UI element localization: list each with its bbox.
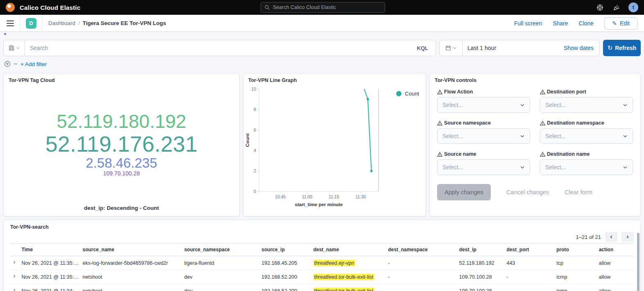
column-header[interactable]: source_namespace	[184, 243, 262, 256]
expand-row-icon[interactable]	[10, 260, 17, 265]
search-icon	[264, 5, 270, 10]
cell-dest_port: -	[506, 284, 556, 291]
full-screen-button[interactable]: Full screen	[514, 20, 542, 27]
cell-dest_name: threatfeed.tor-bulk-exit-list	[313, 284, 388, 291]
control-select[interactable]: Select...	[540, 97, 633, 113]
expand-row-icon[interactable]	[10, 288, 17, 291]
cell-dest_name: threatfeed.ejr-vpn	[313, 256, 388, 270]
kql-button[interactable]: KQL	[415, 45, 431, 51]
panel-title: Tor-VPN-search	[10, 220, 634, 230]
expand-row-icon[interactable]	[10, 274, 17, 279]
column-header[interactable]: source_name	[83, 243, 184, 256]
expander-column	[10, 243, 21, 256]
menu-icon[interactable]	[7, 20, 14, 26]
control-label: Flow Action	[437, 89, 530, 95]
global-search[interactable]	[261, 2, 385, 13]
control-select[interactable]: Select...	[540, 128, 633, 144]
cell-source_namespace: dev	[184, 270, 262, 284]
pagination-count: 1–21 of 21	[576, 234, 601, 240]
control-label: Source namespace	[437, 120, 530, 126]
show-dates-button[interactable]: Show dates	[564, 45, 599, 51]
table-row: Nov 26, 2021 @ 11:34:54.000netshootdev19…	[10, 284, 634, 291]
legend-label: Count	[405, 91, 419, 97]
column-header[interactable]: dest_port	[506, 243, 556, 256]
tag-cloud: 52.119.180.19252.119.176.2312.58.46.2351…	[4, 83, 239, 205]
vertical-scrollbar[interactable]	[637, 233, 639, 291]
control-field: Destination name Select...	[540, 151, 633, 175]
breadcrumb-dashboard[interactable]: Dashboard	[48, 20, 75, 26]
warning-icon	[437, 120, 442, 126]
cell-dest_name: threatfeed.tor-bulk-exit-list	[313, 270, 388, 284]
search-query-group: KQL	[3, 40, 436, 56]
legend-item-count[interactable]: Count	[396, 91, 419, 97]
time-range-value[interactable]: Last 1 hour	[463, 45, 564, 51]
line-graph-panel: Tor-VPN Line Graph 024681010:4511:0011:1…	[243, 73, 426, 216]
cell-action: allow	[599, 270, 634, 284]
previous-page-button[interactable]	[605, 232, 617, 242]
control-label: Source name	[437, 151, 530, 157]
warning-icon	[437, 89, 442, 95]
control-field: Destination namespace Select...	[540, 120, 633, 144]
clear-form-button[interactable]: Clear form	[565, 189, 592, 196]
column-header[interactable]: dest_name	[313, 243, 388, 256]
cell-source_name: netshoot	[83, 270, 184, 284]
page-title: Tigera Secure EE Tor-VPN Logs	[83, 20, 166, 26]
calendar-button[interactable]	[440, 40, 463, 56]
control-select[interactable]: Select...	[540, 159, 633, 175]
news-icon[interactable]	[612, 3, 620, 11]
tag-cloud-panel: Tor-VPN Tag Cloud 52.119.180.19252.119.1…	[3, 73, 240, 216]
panel-title: Tor-VPN Tag Cloud	[4, 73, 239, 83]
tag-cloud-caption: dest_ip: Descending - Count	[4, 205, 239, 216]
cell-dest_namespace: -	[388, 270, 459, 284]
control-select[interactable]: Select...	[437, 128, 530, 144]
cell-source_name: eks-log-forwarder-5bd4659786-cwd2r	[83, 256, 184, 270]
cancel-changes-button[interactable]: Cancel changes	[506, 189, 549, 196]
cell-time: Nov 26, 2021 @ 11:35:04.000	[21, 256, 82, 270]
column-header[interactable]: Time	[21, 243, 82, 256]
tag-cloud-term[interactable]: 109.70.100.28	[103, 171, 140, 177]
chevron-down-icon	[623, 134, 628, 139]
breadcrumb-separator: /	[78, 20, 80, 26]
cell-dest_ip: 109.70.100.28	[459, 270, 507, 284]
line-chart: 024681010:4511:0011:1511:30Countstart_ti…	[245, 86, 426, 211]
column-header[interactable]: dest_namespace	[388, 243, 459, 256]
results-table: Timesource_namesource_namespacesource_ip…	[10, 243, 634, 291]
share-button[interactable]: Share	[553, 20, 568, 27]
refresh-button[interactable]: ↻ Refresh	[603, 40, 641, 56]
column-header[interactable]: dest_ip	[459, 243, 507, 256]
filter-icon[interactable]	[4, 61, 11, 67]
svg-text:0: 0	[254, 189, 256, 194]
clone-button[interactable]: Clone	[579, 20, 594, 27]
edit-button[interactable]: ✎ Edit	[604, 17, 637, 30]
tag-cloud-term[interactable]: 52.119.180.192	[57, 111, 186, 132]
apply-changes-button[interactable]: Apply changes	[437, 184, 491, 200]
control-select[interactable]: Select...	[437, 159, 530, 175]
tag-cloud-term[interactable]: 2.58.46.235	[86, 156, 157, 171]
svg-text:10:45: 10:45	[275, 194, 286, 199]
column-header[interactable]: action	[599, 243, 634, 256]
column-header[interactable]: proto	[556, 243, 599, 256]
add-filter-button[interactable]: + Add filter	[20, 61, 47, 67]
controls-buttons: Apply changes Cancel changes Clear form	[430, 175, 640, 200]
control-select[interactable]: Select...	[437, 97, 530, 113]
query-bar: KQL Last 1 hour Show dates ↻ Refresh	[3, 40, 641, 56]
tag-cloud-term[interactable]: 52.119.176.231	[45, 132, 197, 156]
calendar-icon	[445, 45, 451, 51]
panel-title: Tor-VPN Line Graph	[243, 73, 426, 83]
cell-action: allow	[599, 256, 634, 270]
refresh-icon: ↻	[608, 44, 613, 52]
next-page-button[interactable]	[621, 232, 634, 242]
column-header[interactable]: source_ip	[261, 243, 313, 256]
highlighted-term: threatfeed.tor-bulk-exit-list	[313, 288, 374, 291]
svg-text:11:30: 11:30	[356, 194, 366, 199]
kql-search-input[interactable]	[30, 45, 415, 51]
warning-icon	[540, 152, 545, 157]
saved-query-button[interactable]	[4, 40, 25, 56]
pencil-icon: ✎	[612, 20, 617, 27]
dashboard-badge[interactable]: D	[26, 18, 36, 29]
line-chart-plot: 024681010:4511:0011:1511:30Countstart_ti…	[245, 86, 384, 209]
help-icon[interactable]	[596, 3, 604, 11]
global-search-input[interactable]	[273, 5, 381, 10]
user-avatar[interactable]: t	[628, 2, 638, 12]
chevron-down-icon	[623, 165, 628, 170]
